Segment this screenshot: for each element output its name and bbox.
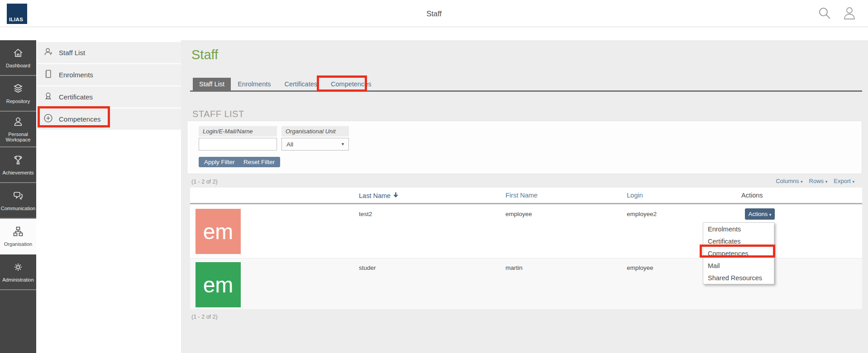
reset-filter-button[interactable]: Reset Filter	[238, 157, 280, 167]
sidebar-item-label: Achievements	[1, 170, 34, 175]
slate-item-label: Certificates	[59, 93, 93, 101]
pagination-bottom: (1 - 2 of 2)	[191, 314, 218, 320]
mainbar-sidebar: Dashboard Repository Personal Workspace	[0, 40, 36, 353]
rows-dropdown[interactable]: Rows ▾	[809, 178, 828, 184]
column-header-first-name[interactable]: First Name	[506, 192, 538, 199]
repository-icon	[12, 83, 24, 96]
column-header-login[interactable]: Login	[627, 192, 643, 199]
org-unit-selected-value: All	[286, 141, 293, 148]
column-header-last-name[interactable]: Last Name	[359, 192, 399, 199]
sidebar-item-personal-workspace[interactable]: Personal Workspace	[0, 112, 36, 147]
sidebar-item-administration[interactable]: Administration	[0, 254, 36, 290]
org-unit-select[interactable]: All ▼	[281, 138, 349, 151]
page-title: Staff	[191, 47, 218, 62]
cell-last-name: studer	[359, 264, 376, 271]
columns-dropdown[interactable]: Columns ▾	[776, 178, 802, 184]
slate-item-certificates[interactable]: Certificates	[37, 86, 181, 108]
tab-underline	[190, 90, 862, 92]
sort-descending-icon	[393, 192, 399, 199]
menu-item-mail[interactable]: Mail	[703, 259, 774, 272]
avatar: em	[196, 262, 241, 307]
menu-item-certificates[interactable]: Certificates	[703, 235, 774, 247]
actions-dropdown-menu: Enrolments Certificates Competences Mail…	[703, 222, 774, 284]
filter-panel: Login/E-Mail/Name Organisational Unit Al…	[187, 121, 862, 174]
competences-plus-circle-icon	[37, 113, 53, 125]
sidebar-item-label: Administration	[1, 277, 35, 282]
slate-item-label: Enrolments	[59, 71, 93, 79]
sidebar-item-achievements[interactable]: Achievements	[0, 147, 36, 183]
sidebar-item-dashboard[interactable]: Dashboard	[0, 40, 36, 76]
sidebar-item-label: Communication	[0, 206, 36, 211]
cell-first-name: martin	[506, 264, 523, 271]
tab-enrolments[interactable]: Enrolments	[231, 78, 277, 90]
personal-workspace-icon	[12, 116, 24, 129]
sidebar-item-label: Dashboard	[5, 63, 31, 68]
filter-label-login: Login/E-Mail/Name	[199, 126, 277, 136]
chevron-down-icon: ▾	[769, 212, 772, 217]
filter-label-org-unit: Organisational Unit	[281, 126, 349, 136]
avatar: em	[196, 209, 241, 254]
sidebar-item-repository[interactable]: Repository	[0, 76, 36, 112]
chevron-down-icon: ▾	[825, 179, 828, 184]
tools-slate-panel: Staff List Enrolments Certificates	[37, 40, 181, 353]
user-menu-icon[interactable]	[842, 6, 857, 20]
slate-item-label: Staff List	[59, 49, 85, 56]
search-icon[interactable]	[817, 6, 832, 20]
chevron-down-icon: ▾	[852, 179, 854, 184]
login-email-name-input[interactable]	[199, 138, 277, 151]
organisation-icon	[12, 226, 24, 239]
slate-item-staff-list[interactable]: Staff List	[37, 42, 181, 63]
pagination-top: (1 - 2 of 2)	[191, 179, 218, 185]
ilias-staff-screen: ILIAS Staff	[0, 0, 868, 353]
tab-competences[interactable]: Competences	[324, 78, 378, 90]
table-header-row: Last Name First Name Login Actions	[190, 188, 862, 204]
slate-item-competences[interactable]: Competences	[37, 108, 181, 130]
apply-filter-button[interactable]: Apply Filter	[199, 157, 240, 167]
slate-item-label: Competences	[59, 115, 101, 123]
cell-login: employee	[627, 264, 653, 271]
sidebar-item-label: Organisation	[3, 241, 33, 247]
column-header-actions: Actions	[741, 192, 763, 199]
dashboard-icon	[12, 47, 24, 61]
menu-item-enrolments[interactable]: Enrolments	[703, 223, 774, 235]
sidebar-item-communication[interactable]: Communication	[0, 183, 36, 219]
menu-item-competences[interactable]: Competences	[703, 247, 774, 259]
communication-icon	[12, 190, 24, 203]
sidebar-item-label: Personal Workspace	[0, 132, 36, 142]
main-content: Staff Staff List Enrolments Certificates…	[181, 40, 868, 353]
enrolments-icon	[37, 69, 53, 81]
select-caret-icon: ▼	[341, 142, 345, 146]
cell-login: employee2	[627, 211, 657, 217]
export-dropdown[interactable]: Export ▾	[834, 178, 854, 184]
tab-staff-list[interactable]: Staff List	[193, 78, 231, 90]
cell-last-name: test2	[359, 211, 372, 217]
sidebar-item-label: Repository	[5, 99, 31, 104]
sidebar-item-organisation[interactable]: Organisation	[0, 219, 36, 254]
slate-item-enrolments[interactable]: Enrolments	[37, 64, 181, 85]
page-context-title: Staff	[0, 9, 868, 18]
staff-list-icon	[37, 47, 53, 59]
table-view-controls: Columns ▾ Rows ▾ Export ▾	[776, 178, 854, 184]
tab-bar: Staff List Enrolments Certificates Compe…	[193, 78, 378, 90]
achievements-icon	[12, 154, 24, 168]
menu-item-shared-resources[interactable]: Shared Resources	[703, 272, 774, 284]
administration-gear-icon	[12, 261, 24, 275]
certificates-icon	[37, 91, 53, 103]
tab-certificates[interactable]: Certificates	[278, 78, 324, 90]
cell-first-name: employee	[506, 211, 532, 217]
chevron-down-icon: ▾	[801, 179, 803, 184]
top-header-bar: ILIAS Staff	[0, 0, 868, 27]
actions-button[interactable]: Actions ▾	[745, 208, 775, 220]
section-title: STAFF LIST	[192, 109, 244, 119]
